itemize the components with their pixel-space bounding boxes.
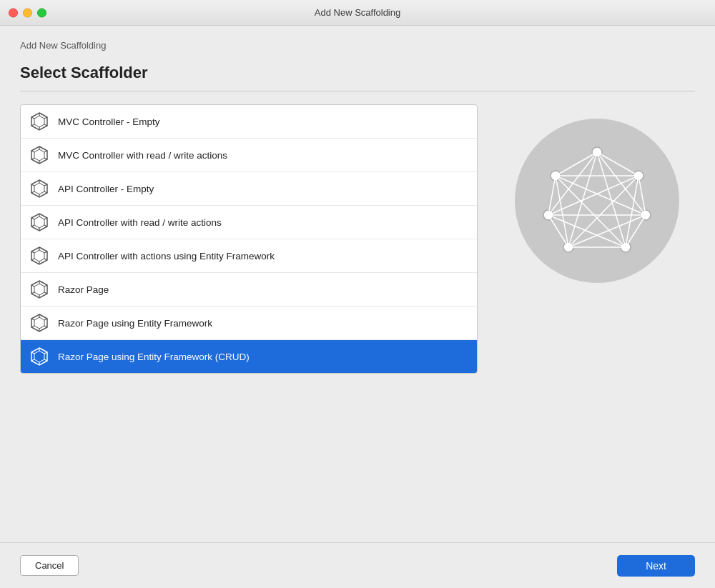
svg-marker-25 — [34, 216, 44, 228]
list-item[interactable]: Razor Page — [21, 273, 477, 307]
list-item-label: Razor Page using Entity Framework (CRUD) — [58, 352, 250, 362]
breadcrumb: Add New Scaffolding — [20, 40, 695, 51]
illustration-area — [499, 104, 695, 283]
body-layout: MVC Controller - Empty MVC Controller wi… — [20, 104, 695, 374]
window-title: Add New Scaffolding — [315, 7, 400, 18]
scaffold-icon — [29, 179, 49, 199]
scaffold-icon — [29, 347, 49, 367]
list-item[interactable]: MVC Controller - Empty — [21, 105, 477, 139]
divider — [20, 91, 695, 91]
list-item-label: MVC Controller - Empty — [58, 116, 160, 127]
list-item[interactable]: API Controller - Empty — [21, 172, 477, 206]
maximize-button[interactable] — [37, 8, 46, 17]
cancel-button[interactable]: Cancel — [20, 555, 79, 576]
scaffold-icon — [29, 279, 49, 299]
footer: Cancel Next — [0, 542, 715, 588]
scaffolder-list: MVC Controller - Empty MVC Controller wi… — [20, 104, 478, 374]
svg-marker-57 — [34, 351, 44, 362]
main-content: Add New Scaffolding Select Scaffolder MV… — [0, 26, 715, 388]
list-item-label: API Controller with read / write actions — [58, 217, 222, 228]
svg-marker-41 — [34, 284, 44, 295]
list-item-label: MVC Controller with read / write actions — [58, 150, 227, 161]
svg-marker-49 — [34, 317, 44, 329]
svg-marker-33 — [34, 250, 44, 261]
list-item-label: Razor Page — [58, 284, 109, 295]
svg-marker-17 — [34, 183, 44, 194]
list-item-label: API Controller with actions using Entity… — [58, 251, 275, 261]
list-item[interactable]: API Controller with actions using Entity… — [21, 239, 477, 273]
scaffold-icon — [29, 111, 49, 131]
scaffold-icon — [29, 246, 49, 266]
scaffold-icon — [29, 145, 49, 165]
close-button[interactable] — [9, 8, 18, 17]
list-item[interactable]: API Controller with read / write actions — [21, 206, 477, 239]
list-item-label: Razor Page using Entity Framework — [58, 318, 212, 329]
scaffold-icon — [29, 212, 49, 232]
title-bar: Add New Scaffolding — [0, 0, 715, 26]
svg-marker-1 — [34, 116, 44, 127]
minimize-button[interactable] — [23, 8, 32, 17]
scaffold-icon — [29, 313, 49, 333]
window-controls[interactable] — [9, 8, 46, 17]
list-item[interactable]: Razor Page using Entity Framework (CRUD) — [21, 340, 477, 373]
svg-line-86 — [568, 215, 646, 247]
list-item[interactable]: MVC Controller with read / write actions — [21, 139, 477, 172]
svg-line-89 — [548, 215, 626, 247]
graph-illustration — [515, 119, 679, 283]
list-item-label: API Controller - Empty — [58, 184, 154, 194]
next-button[interactable]: Next — [617, 555, 695, 577]
svg-marker-9 — [34, 149, 44, 161]
network-graph-svg — [533, 136, 661, 265]
svg-line-76 — [548, 176, 556, 215]
svg-line-72 — [638, 176, 646, 215]
list-item[interactable]: Razor Page using Entity Framework — [21, 307, 477, 340]
section-title: Select Scaffolder — [20, 64, 695, 82]
